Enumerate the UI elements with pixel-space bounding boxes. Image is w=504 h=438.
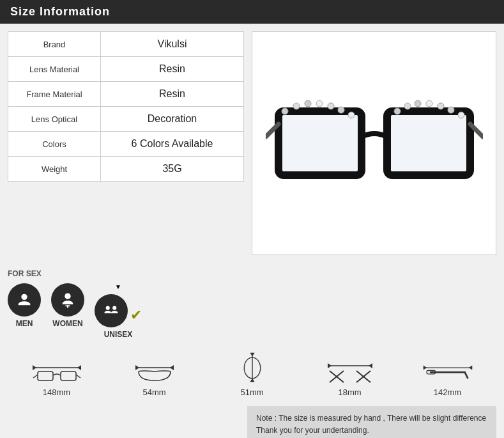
svg-line-30: [33, 375, 38, 378]
note-line2: Thank you for your undertanding.: [256, 425, 487, 437]
product-image-panel: [252, 31, 496, 255]
selected-checkmark: ✔: [130, 307, 142, 324]
size-item-temple: 142mm: [422, 352, 473, 397]
svg-marker-34: [170, 365, 174, 370]
unisex-row: ✔: [95, 294, 142, 327]
svg-rect-19: [391, 115, 466, 171]
svg-marker-36: [250, 353, 254, 356]
men-label: MEN: [16, 319, 33, 328]
sex-section: FOR SEX MEN WOMEN: [0, 263, 504, 345]
sex-item-women: WOMEN: [51, 283, 84, 328]
svg-point-16: [448, 107, 454, 113]
table-value-cell: 6 Colors Available: [101, 132, 244, 157]
size-label-lens-height: 51mm: [240, 387, 263, 397]
table-label-cell: Colors: [8, 132, 101, 157]
unisex-label: UNISEX: [104, 330, 133, 339]
svg-point-4: [282, 108, 288, 114]
svg-marker-37: [250, 379, 254, 382]
table-label-cell: Brand: [8, 32, 101, 57]
selected-indicator: ▼: [115, 283, 121, 290]
men-icon: [15, 291, 33, 309]
svg-point-6: [305, 100, 311, 107]
glasses-image: [266, 54, 483, 233]
svg-point-13: [415, 100, 421, 107]
table-label-cell: Weight: [8, 157, 101, 182]
size-item-lens-height: 51mm: [227, 352, 278, 397]
svg-marker-48: [468, 365, 471, 370]
table-label-cell: Lens Material: [8, 57, 101, 82]
note-section: Note : The size is measured by hand , Th…: [0, 403, 504, 438]
women-label: WOMEN: [52, 319, 82, 328]
size-icon-lens-width: [129, 352, 180, 384]
svg-point-15: [438, 103, 444, 109]
svg-point-20: [21, 294, 27, 300]
page-title: Size Information: [10, 5, 110, 18]
product-info-table: BrandVikulsiLens MaterialResinFrame Mate…: [8, 31, 244, 182]
svg-point-14: [426, 100, 432, 107]
svg-point-23: [106, 306, 110, 310]
note-box: Note : The size is measured by hand , Th…: [247, 406, 496, 438]
svg-point-21: [65, 293, 70, 299]
men-icon-circle: [8, 283, 41, 317]
table-value-cell: Resin: [101, 57, 244, 82]
women-icon: [59, 291, 77, 309]
table-row: Frame MaterialResin: [8, 82, 244, 107]
size-label-width: 148mm: [43, 387, 70, 397]
page-header: Size Information: [0, 0, 504, 24]
svg-point-11: [394, 108, 401, 114]
table-row: Colors6 Colors Available: [8, 132, 244, 157]
size-label-bridge: 18mm: [338, 387, 361, 397]
main-content: BrandVikulsiLens MaterialResinFrame Mate…: [0, 24, 504, 263]
svg-point-9: [338, 107, 344, 113]
table-label-cell: Frame Material: [8, 82, 101, 107]
unisex-icon-circle: [95, 294, 128, 327]
table-row: Lens OpticalDecoration: [8, 107, 244, 132]
size-icon-lens-height: [227, 352, 278, 384]
svg-point-12: [404, 103, 411, 109]
size-label-temple: 142mm: [434, 387, 461, 397]
size-icon-bridge: [325, 352, 376, 384]
svg-line-31: [76, 375, 80, 378]
svg-marker-27: [77, 365, 81, 370]
svg-marker-47: [423, 365, 426, 370]
for-sex-label: FOR SEX: [8, 269, 496, 278]
svg-point-7: [316, 100, 323, 107]
svg-point-5: [293, 103, 300, 109]
size-item-width: 148mm: [31, 352, 82, 397]
svg-marker-26: [33, 365, 36, 370]
size-label-lens-width: 54mm: [142, 387, 165, 397]
size-section: 148mm 54mm 51mm: [0, 345, 504, 403]
table-value-cell: 35G: [101, 157, 244, 182]
sex-item-men: MEN: [8, 283, 41, 328]
svg-marker-40: [328, 363, 332, 368]
unisex-icon: [102, 302, 120, 320]
svg-point-8: [328, 103, 334, 109]
svg-rect-18: [282, 115, 358, 171]
table-label-cell: Lens Optical: [8, 107, 101, 132]
women-icon-circle: [51, 283, 84, 317]
note-line1: Note : The size is measured by hand , Th…: [256, 412, 487, 425]
table-value-cell: Decoration: [101, 107, 244, 132]
size-item-lens-width: 54mm: [129, 352, 180, 397]
sex-icons-row: MEN WOMEN ▼: [8, 283, 496, 339]
svg-rect-28: [38, 372, 53, 380]
table-row: BrandVikulsi: [8, 32, 244, 57]
size-item-bridge: 18mm: [325, 352, 376, 397]
info-table-panel: BrandVikulsiLens MaterialResinFrame Mate…: [8, 31, 244, 255]
svg-rect-29: [61, 372, 76, 380]
svg-marker-41: [369, 363, 372, 368]
size-icon-temple: [422, 352, 473, 384]
svg-marker-33: [135, 365, 139, 370]
svg-line-50: [464, 372, 467, 378]
table-value-cell: Resin: [101, 82, 244, 107]
table-row: Lens MaterialResin: [8, 57, 244, 82]
sex-item-unisex: ▼ ✔ UNISEX: [95, 283, 142, 339]
table-row: Weight35G: [8, 157, 244, 182]
table-value-cell: Vikulsi: [101, 32, 244, 57]
svg-point-24: [112, 306, 116, 310]
size-icon-width: [31, 352, 82, 384]
